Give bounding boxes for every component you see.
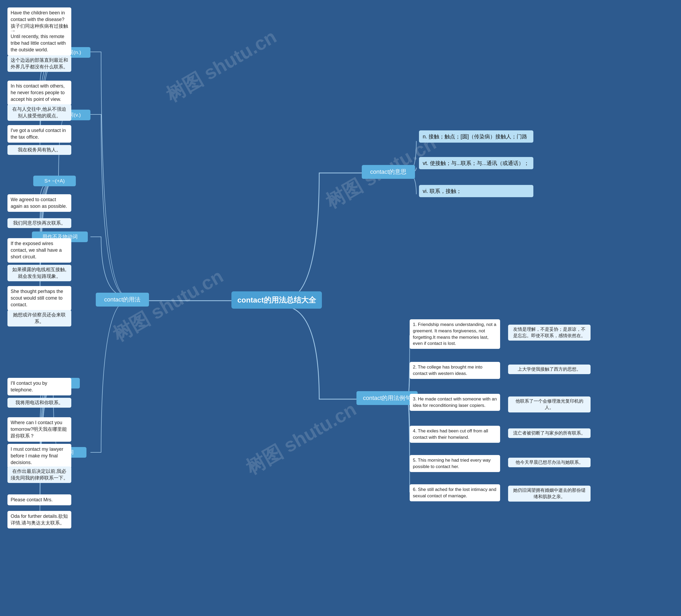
noun-ex-2: Until recently, this remote tribe had li…	[7, 31, 71, 56]
noun-ex-3: In his contact with others, he never for…	[7, 81, 71, 105]
noun-ex-3-cn: 在与人交往中,他从不强迫别人接受他的观点。	[7, 104, 71, 121]
intrans-ex-2: If the exposed wires contact, we shall h…	[7, 238, 71, 263]
trans-ex-5: Oda for further details.欲知详情,请与奥达太太联系。	[7, 511, 71, 528]
meaning-vt: vt. 使接触；与...联系；与...通讯（或通话）；	[419, 157, 533, 169]
example-2-cn: 上大学使我接触了西方的思想。	[508, 365, 590, 374]
branch-examples: contact的用法例句	[356, 391, 418, 405]
sub-pattern1: S+ ~(+A)	[33, 176, 76, 186]
intrans-ex-2-cn: 如果裸露的电线相互接触,就会发生短路现象。	[7, 265, 71, 281]
noun-ex-4: I've got a useful contact in the tax off…	[7, 125, 71, 143]
trans-ex-3: I must contact my lawyer before I make m…	[7, 444, 71, 468]
central-node: contact的用法总结大全	[231, 291, 322, 309]
trans-ex-2: Where can I contact you tomorrow?明天我在哪里能…	[7, 417, 71, 442]
example-6-en: 6. She still ached for the lost intimacy…	[410, 484, 500, 501]
example-3-en: 3. He made contact with someone with an …	[410, 394, 500, 411]
intrans-ex-3-cn: 她想或许侦察员还会来联系。	[7, 310, 71, 326]
noun-ex-2-cn: 这个边远的部落直到最近和外界几乎都没有什么联系。	[7, 55, 71, 72]
example-5-en: 5. This morning he had tried every way p…	[410, 455, 500, 472]
watermark-4: 树图 shutu.cn	[241, 396, 361, 480]
intrans-ex-1-cn: 我们同意尽快再次联系。	[7, 218, 71, 228]
trans-ex-1: I'll contact you by telephone.	[7, 378, 71, 395]
example-6-cn: 她仍旧渴望拥有婚姻中逝去的那份缱绻和肌肤之亲。	[508, 486, 590, 501]
example-4-en: 4. The exiles had been cut off from all …	[410, 426, 500, 443]
branch-meaning: contact的意思	[362, 165, 415, 179]
branch-usage: contact的用法	[96, 293, 149, 306]
meaning-vi: vi. 联系，接触；	[419, 185, 533, 197]
trans-ex-3-cn: 在作出最后决定以前,我必须先同我的律师联系一下。	[7, 466, 71, 483]
trans-ex-1-cn: 我将用电话和你联系。	[7, 398, 71, 408]
example-5-cn: 他今天早晨已想尽办法与她联系。	[508, 458, 590, 467]
trans-ex-4: Please contact Mrs.	[7, 494, 71, 505]
example-3-cn: 他联系了一个会修理激光复印机的人。	[508, 396, 590, 413]
meaning-n: n. 接触；触点；[圆]（传染病）接触人；门路	[419, 130, 533, 143]
watermark-1: 树图 shutu.cn	[161, 24, 281, 108]
example-2-en: 2. The college has brought me into conta…	[410, 362, 500, 379]
example-4-cn: 流亡者被切断了与家乡的所有联系。	[508, 428, 590, 438]
intrans-ex-3: She thought perhaps the scout would stil…	[7, 286, 71, 311]
intrans-ex-1: We agreed to contact again as soon as po…	[7, 194, 71, 212]
example-1-cn: 友情是理解，不是妥协；是原谅，不是忘忘。即使不联系，感情依然在。	[508, 325, 590, 341]
noun-ex-4-cn: 我在税务局有熟人。	[7, 145, 71, 155]
example-1-en: 1. Friendship means understanding, not a…	[410, 319, 500, 349]
